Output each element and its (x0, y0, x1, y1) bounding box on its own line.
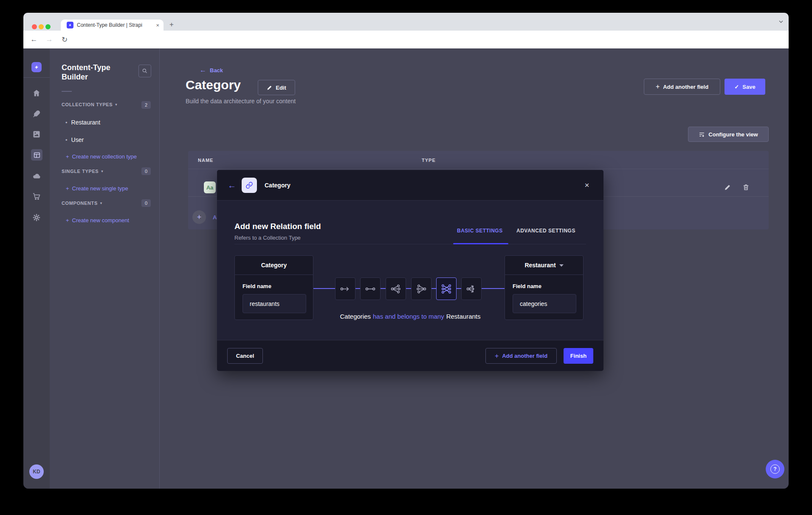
one-way-icon (340, 283, 351, 294)
source-field-input[interactable] (242, 294, 306, 313)
browser-window: Content-Type Builder | Strapi × + ← → ↻ … (23, 13, 789, 489)
relation-target-card: Restaurant Field name (505, 255, 584, 320)
relation-many-to-one-button[interactable] (411, 277, 431, 300)
caret-down-icon (559, 264, 564, 267)
relation-one-to-one-button[interactable] (360, 277, 381, 300)
add-relation-modal: ← Category × Add new Relation field Refe… (217, 170, 603, 371)
strapi-favicon (67, 22, 73, 28)
many-way-icon (466, 283, 477, 294)
one-to-one-icon (365, 283, 376, 294)
cancel-button[interactable]: Cancel (227, 348, 263, 364)
traffic-minimize-button[interactable] (39, 24, 44, 29)
modal-back-icon[interactable]: ← (228, 181, 236, 190)
modal-add-another-field-button[interactable]: + Add another field (485, 348, 557, 364)
tab-basic-settings[interactable]: BASIC SETTINGS (457, 228, 503, 234)
browser-reload-icon[interactable]: ↻ (59, 35, 70, 44)
sentence-object: Restaurants (446, 313, 481, 320)
one-to-many-icon (390, 283, 401, 294)
sentence-verb: has and belongs to many (373, 313, 444, 320)
browser-forward-icon[interactable]: → (44, 35, 55, 44)
browser-tab[interactable]: Content-Type Builder | Strapi × (61, 20, 164, 31)
relation-source-card: Category Field name (234, 255, 313, 320)
finish-button[interactable]: Finish (564, 348, 593, 364)
modal-title-bar: Category (265, 182, 290, 189)
many-to-one-icon (416, 283, 427, 294)
relation-one-way-button[interactable] (335, 277, 355, 300)
plus-icon: + (495, 352, 499, 360)
tab-title: Content-Type Builder | Strapi (77, 22, 156, 28)
target-card-title: Restaurant (524, 262, 555, 269)
browser-back-icon[interactable]: ← (28, 35, 39, 44)
many-to-many-icon (441, 283, 452, 294)
tab-advanced-settings[interactable]: ADVANCED SETTINGS (516, 228, 575, 234)
relation-one-to-many-button[interactable] (386, 277, 406, 300)
modal-heading: Add new Relation field (234, 222, 321, 231)
modal-close-icon[interactable]: × (581, 179, 593, 192)
modal-footer: Cancel + Add another field Finish (217, 340, 603, 371)
target-field-input[interactable] (513, 294, 576, 313)
target-field-label: Field name (513, 283, 541, 289)
relation-sentence: Categories has and belongs to many Resta… (217, 313, 603, 320)
sentence-subject: Categories (340, 313, 371, 320)
modal-subheading: Refers to a Collection Type (234, 235, 301, 241)
link-icon (245, 181, 253, 189)
active-tab-underline (453, 243, 508, 244)
target-card-dropdown[interactable]: Restaurant (505, 256, 583, 275)
traffic-close-button[interactable] (32, 24, 37, 29)
new-tab-button[interactable]: + (169, 20, 174, 29)
relation-many-way-button[interactable] (461, 277, 482, 300)
relation-badge (242, 178, 257, 193)
browser-tabstrip: Content-Type Builder | Strapi × + (23, 13, 789, 31)
tabs-divider (234, 244, 586, 244)
modal-header: ← Category × (217, 170, 603, 201)
traffic-zoom-button[interactable] (45, 24, 51, 29)
modal-add-field-label: Add another field (502, 353, 547, 359)
tabstrip-chevron-icon[interactable] (778, 18, 784, 25)
source-field-label: Field name (242, 283, 271, 289)
source-card-title: Category (235, 256, 313, 275)
relation-many-to-many-button-selected[interactable] (436, 277, 457, 300)
tab-close-icon[interactable]: × (156, 22, 159, 28)
browser-toolbar: ← → ↻ localhost:1337/admin/plugins/conte… (23, 31, 789, 48)
